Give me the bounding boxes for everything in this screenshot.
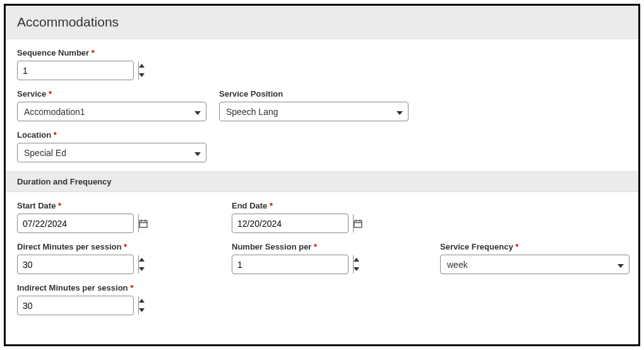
page-title: Accommodations bbox=[17, 15, 627, 30]
calendar-icon[interactable] bbox=[353, 214, 362, 232]
service-position-label: Service Position bbox=[219, 89, 408, 99]
required-mark: * bbox=[124, 242, 127, 251]
svg-rect-4 bbox=[354, 220, 362, 227]
number-session-stepper[interactable] bbox=[232, 255, 349, 274]
required-mark: * bbox=[92, 48, 95, 57]
indirect-minutes-input[interactable] bbox=[18, 296, 138, 315]
required-mark: * bbox=[270, 201, 273, 210]
duration-frequency-section: Duration and Frequency bbox=[6, 171, 638, 192]
service-value: Accomodation1 bbox=[24, 107, 85, 117]
service-frequency-select[interactable]: week bbox=[440, 255, 629, 274]
direct-minutes-input[interactable] bbox=[18, 255, 138, 274]
location-value: Special Ed bbox=[24, 148, 66, 158]
service-position-value: Speech Lang bbox=[226, 107, 278, 117]
svg-rect-0 bbox=[140, 220, 147, 227]
indirect-minutes-stepper[interactable] bbox=[17, 296, 134, 315]
stepper-down-icon[interactable] bbox=[139, 265, 145, 274]
start-date-label: Start Date * bbox=[17, 201, 134, 210]
service-frequency-label: Service Frequency * bbox=[440, 242, 629, 251]
location-select[interactable]: Special Ed bbox=[17, 143, 206, 162]
indirect-minutes-label: Indirect Minutes per session * bbox=[17, 283, 134, 293]
service-label: Service * bbox=[17, 89, 206, 99]
service-select[interactable]: Accomodation1 bbox=[17, 102, 206, 121]
chevron-down-icon bbox=[194, 147, 201, 159]
service-position-select[interactable]: Speech Lang bbox=[219, 102, 408, 121]
required-mark: * bbox=[130, 283, 133, 293]
sequence-number-stepper[interactable] bbox=[17, 61, 134, 80]
start-date-field[interactable] bbox=[17, 214, 134, 233]
required-mark: * bbox=[54, 130, 57, 140]
chevron-down-icon bbox=[617, 259, 624, 270]
start-date-input[interactable] bbox=[18, 214, 138, 232]
service-frequency-value: week bbox=[447, 260, 468, 270]
sequence-number-label: Sequence Number * bbox=[17, 48, 134, 57]
end-date-input[interactable] bbox=[232, 214, 353, 232]
sequence-number-input[interactable] bbox=[18, 61, 138, 80]
required-mark: * bbox=[49, 89, 52, 99]
location-label: Location * bbox=[17, 130, 206, 140]
number-session-label: Number Session per * bbox=[232, 242, 349, 251]
stepper-down-icon[interactable] bbox=[139, 306, 145, 315]
number-session-input[interactable] bbox=[232, 255, 353, 274]
direct-minutes-label: Direct Minutes per session * bbox=[17, 242, 134, 251]
required-mark: * bbox=[58, 201, 61, 210]
stepper-up-icon[interactable] bbox=[139, 255, 145, 265]
end-date-field[interactable] bbox=[232, 214, 349, 233]
chevron-down-icon bbox=[194, 106, 201, 118]
calendar-icon[interactable] bbox=[138, 214, 148, 232]
required-mark: * bbox=[314, 242, 317, 251]
required-mark: * bbox=[515, 242, 518, 251]
direct-minutes-stepper[interactable] bbox=[17, 255, 134, 274]
stepper-down-icon[interactable] bbox=[354, 265, 359, 274]
stepper-up-icon[interactable] bbox=[139, 61, 145, 71]
end-date-label: End Date * bbox=[232, 201, 349, 210]
stepper-up-icon[interactable] bbox=[139, 296, 145, 306]
chevron-down-icon bbox=[397, 106, 403, 118]
stepper-down-icon[interactable] bbox=[139, 71, 145, 80]
stepper-up-icon[interactable] bbox=[354, 255, 359, 265]
